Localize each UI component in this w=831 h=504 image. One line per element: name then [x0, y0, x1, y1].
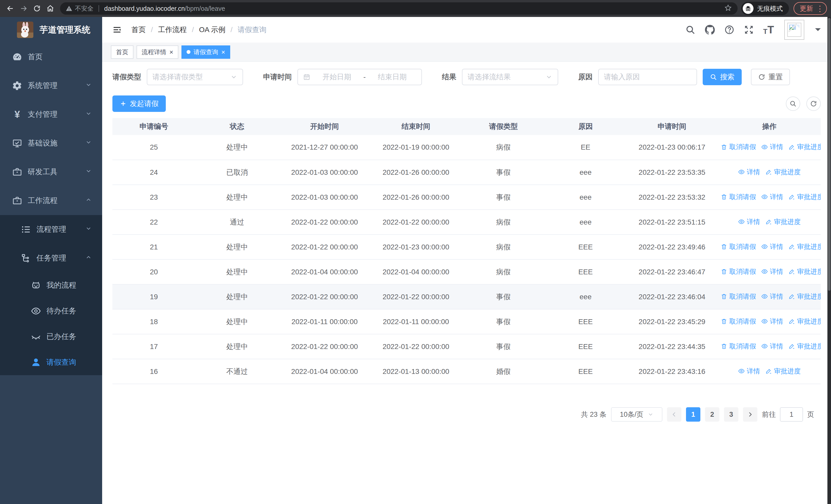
avatar[interactable]: [784, 20, 804, 40]
page-size-select[interactable]: 10条/页: [611, 407, 662, 422]
sidebar-item-my-process[interactable]: 我的流程: [0, 272, 102, 298]
detail-action-link[interactable]: 详情: [761, 242, 783, 251]
detail-action-link[interactable]: 详情: [738, 217, 760, 226]
prev-page-button[interactable]: [667, 407, 681, 422]
detail-action-link[interactable]: 详情: [761, 192, 783, 202]
close-icon[interactable]: ×: [169, 49, 173, 55]
cancel-action-link[interactable]: 取消请假: [721, 142, 756, 151]
table-row: 23处理中2022-01-03 00:00:002022-01-26 00:00…: [112, 185, 821, 210]
app-title: 芋道管理系统: [39, 24, 90, 36]
next-page-button[interactable]: [743, 407, 757, 422]
progress-action-link[interactable]: 审批进度: [789, 142, 821, 151]
sidebar-item-task-management[interactable]: 任务管理: [0, 244, 102, 272]
table-row: 25处理中2021-12-27 00:00:002022-01-19 00:00…: [112, 135, 821, 160]
close-icon[interactable]: ×: [221, 49, 225, 55]
help-icon[interactable]: [724, 25, 735, 35]
progress-action-link[interactable]: 审批进度: [765, 217, 801, 226]
home-icon[interactable]: [44, 2, 56, 14]
sidebar-item-leave-query[interactable]: 请假查询: [0, 350, 102, 375]
update-button[interactable]: 更新 ⋮: [794, 2, 827, 15]
font-size-icon[interactable]: TT: [763, 24, 774, 35]
leave-type-select[interactable]: 请选择请假类型: [147, 69, 243, 85]
reason-label: 原因: [578, 72, 593, 82]
progress-action-link[interactable]: 审批进度: [789, 267, 821, 276]
progress-action-link[interactable]: 审批进度: [789, 192, 821, 202]
result-select[interactable]: 请选择流结果: [462, 69, 558, 85]
breadcrumb-oa-example[interactable]: OA 示例: [199, 25, 226, 35]
logo[interactable]: 芋道管理系统: [0, 17, 102, 42]
sidebar-item-system[interactable]: 系统管理: [0, 71, 102, 100]
detail-action-link[interactable]: 详情: [738, 367, 760, 376]
sidebar-item-devtools[interactable]: 研发工具: [0, 157, 102, 186]
progress-action-link[interactable]: 审批进度: [789, 242, 821, 251]
bookmark-star-icon[interactable]: [724, 4, 732, 13]
scrollbar-thumb[interactable]: [828, 18, 830, 291]
sidebar-item-home[interactable]: 首页: [0, 42, 102, 71]
table-search-toggle-button[interactable]: [786, 96, 800, 111]
breadcrumb-home[interactable]: 首页: [132, 25, 146, 35]
cancel-action-link[interactable]: 取消请假: [721, 292, 756, 301]
detail-action-link[interactable]: 详情: [761, 317, 783, 326]
reason-input[interactable]: [604, 73, 691, 81]
progress-action-link[interactable]: 审批进度: [789, 317, 821, 326]
detail-action-link[interactable]: 详情: [761, 142, 783, 151]
chevron-down-icon[interactable]: [815, 28, 821, 34]
table-cell: 2022-01-03 00:00:00: [279, 160, 370, 185]
fullscreen-icon[interactable]: [744, 25, 754, 35]
back-icon[interactable]: [4, 2, 17, 14]
table-body: 25处理中2021-12-27 00:00:002022-01-19 00:00…: [112, 135, 821, 384]
eye-icon: [738, 218, 745, 225]
tab-leave-query[interactable]: 请假查询 ×: [181, 46, 230, 59]
detail-action-link[interactable]: 详情: [761, 267, 783, 276]
cancel-action-link[interactable]: 取消请假: [721, 342, 756, 351]
scrollbar[interactable]: [827, 17, 831, 504]
table-cell: 婚假: [462, 359, 545, 384]
action-label: 取消请假: [729, 192, 756, 202]
progress-action-link[interactable]: 审批进度: [765, 168, 801, 177]
page-button-2[interactable]: 2: [705, 407, 719, 422]
tab-label: 流程详情: [142, 48, 166, 56]
table-refresh-button[interactable]: [806, 96, 821, 111]
github-icon[interactable]: [705, 25, 715, 35]
apply-time-range-picker[interactable]: 开始日期 - 结束日期: [297, 69, 422, 85]
sidebar-collapse-icon[interactable]: [112, 25, 122, 34]
table-cell: 病假: [462, 260, 545, 284]
table-row: 24已取消2022-01-03 00:00:002022-01-26 00:00…: [112, 160, 821, 185]
progress-action-link[interactable]: 审批进度: [789, 292, 821, 301]
pagination: 共 23 条 10条/页 1 2 3 前往 页: [112, 407, 821, 422]
progress-action-link[interactable]: 审批进度: [765, 367, 801, 376]
page-button-1[interactable]: 1: [686, 407, 700, 422]
tab-home[interactable]: 首页: [111, 46, 134, 59]
actions-cell: 详情审批进度: [718, 160, 821, 185]
incognito-badge: 无痕模式: [741, 2, 789, 15]
sidebar-item-done-tasks[interactable]: 已办任务: [0, 324, 102, 350]
sidebar-item-todo-tasks[interactable]: 待办任务: [0, 298, 102, 324]
sidebar-item-label: 基础设施: [28, 138, 57, 148]
address-bar[interactable]: 不安全 dashboard.yudao.iocoder.cn/bpm/oa/le…: [60, 2, 738, 14]
breadcrumb-workflow[interactable]: 工作流程: [158, 25, 187, 35]
cancel-action-link[interactable]: 取消请假: [721, 192, 756, 202]
tab-process-detail[interactable]: 流程详情 ×: [137, 46, 178, 59]
cancel-action-link[interactable]: 取消请假: [721, 242, 756, 251]
action-label: 详情: [747, 367, 760, 376]
page-button-3[interactable]: 3: [724, 407, 738, 422]
reset-button[interactable]: 重置: [751, 69, 790, 85]
sidebar-item-infrastructure[interactable]: 基础设施: [0, 129, 102, 157]
create-leave-button[interactable]: 发起请假: [112, 95, 166, 112]
browser-menu-icon[interactable]: ⋮: [816, 4, 824, 13]
active-dot-icon: [187, 50, 191, 54]
detail-action-link[interactable]: 详情: [761, 292, 783, 301]
progress-action-link[interactable]: 审批进度: [789, 342, 821, 351]
detail-action-link[interactable]: 详情: [761, 342, 783, 351]
goto-page-input[interactable]: [780, 407, 803, 422]
sidebar-item-process-management[interactable]: 流程管理: [0, 215, 102, 244]
sidebar-item-workflow[interactable]: 工作流程: [0, 186, 102, 215]
cancel-action-link[interactable]: 取消请假: [721, 317, 756, 326]
forward-icon[interactable]: [18, 2, 30, 14]
cancel-action-link[interactable]: 取消请假: [721, 267, 756, 276]
sidebar-item-payment[interactable]: ¥ 支付管理: [0, 100, 102, 129]
reload-icon[interactable]: [31, 2, 43, 14]
search-icon[interactable]: [685, 25, 695, 35]
search-button[interactable]: 搜索: [703, 69, 742, 85]
detail-action-link[interactable]: 详情: [738, 168, 760, 177]
